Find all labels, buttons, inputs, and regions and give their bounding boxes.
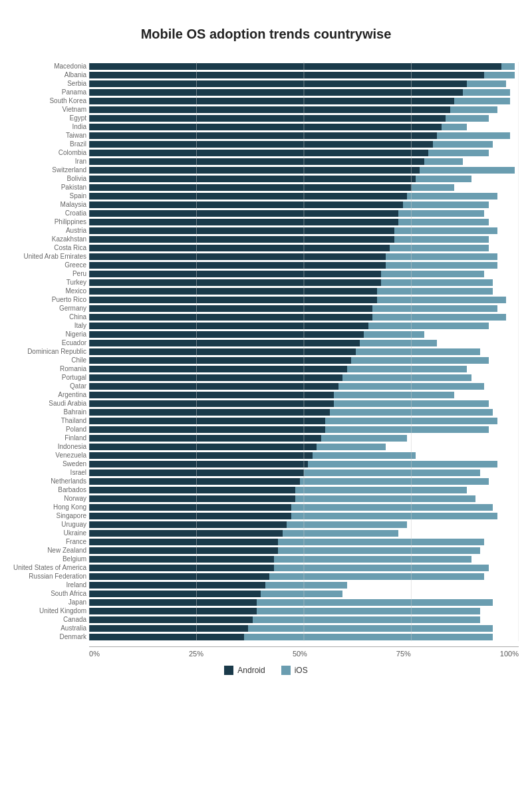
bar-ios — [437, 132, 510, 139]
x-tick: 100% — [500, 650, 519, 658]
bar-android — [89, 323, 368, 329]
x-axis: 0%25%50%75%100% — [89, 646, 519, 658]
y-label: Germany — [59, 304, 89, 313]
bar-ios — [386, 262, 497, 269]
bar-ios — [304, 469, 480, 476]
bar-row — [89, 313, 519, 321]
bar-android — [89, 426, 325, 433]
y-label: Chile — [71, 356, 89, 364]
bar-row — [89, 390, 519, 399]
bar-row — [89, 615, 519, 624]
bar-row — [89, 338, 519, 347]
bar-android — [89, 461, 308, 467]
bar-android — [89, 348, 355, 355]
y-label: Macedonia — [54, 62, 89, 70]
bar-android — [89, 599, 257, 606]
bar-ios — [334, 392, 454, 398]
bar-android — [89, 253, 386, 260]
bar-ios — [381, 271, 484, 277]
bar-row — [89, 632, 519, 641]
bar-ios — [291, 513, 497, 519]
bar-android — [89, 331, 364, 338]
bar-row — [89, 572, 519, 581]
bar-row — [89, 347, 519, 356]
y-label: Panama — [62, 88, 89, 96]
bar-ios — [347, 366, 467, 372]
bar-row — [89, 434, 519, 442]
y-label: Bahrain — [64, 408, 89, 416]
bar-ios — [364, 331, 424, 338]
bar-android — [89, 279, 381, 286]
y-label: Switzerland — [52, 166, 89, 174]
y-label: Barbados — [58, 485, 89, 494]
bar-android — [89, 573, 269, 580]
y-label: Qatar — [70, 382, 89, 390]
bar-row — [89, 555, 519, 563]
bar-row — [89, 624, 519, 632]
bar-row — [89, 546, 519, 555]
y-label: Romania — [60, 364, 89, 373]
bar-row — [89, 287, 519, 295]
bar-row — [89, 382, 519, 390]
bar-ios — [265, 582, 347, 589]
bar-ios — [321, 435, 407, 442]
bar-row — [89, 200, 519, 209]
y-label: United Arab Emirates — [24, 252, 90, 261]
bar-ios — [287, 521, 407, 528]
bar-row — [89, 399, 519, 408]
bar-android — [89, 418, 325, 424]
y-label: Ireland — [66, 581, 89, 589]
bar-android — [89, 625, 248, 632]
bar-android — [89, 513, 291, 519]
bar-ios — [300, 478, 489, 485]
bar-android — [89, 400, 334, 407]
bar-android — [89, 487, 295, 493]
bar-android — [89, 547, 278, 554]
y-label: Japan — [68, 598, 89, 606]
bar-ios — [420, 167, 514, 174]
y-label: Egypt — [69, 114, 89, 122]
bar-row — [89, 217, 519, 226]
bar-android — [89, 141, 433, 148]
bar-android — [89, 184, 411, 191]
y-label: Singapore — [56, 511, 89, 520]
bar-row — [89, 503, 519, 511]
y-label: Belgium — [63, 555, 89, 563]
bar-row — [89, 166, 519, 174]
bar-ios — [274, 556, 471, 563]
bar-ios — [291, 504, 493, 511]
bar-android — [89, 72, 484, 78]
bar-android — [89, 616, 252, 623]
bar-ios — [372, 314, 505, 321]
bar-row — [89, 537, 519, 546]
bar-row — [89, 494, 519, 503]
bar-ios — [372, 305, 497, 312]
bar-ios — [377, 288, 493, 295]
bar-android — [89, 530, 283, 537]
bar-android — [89, 176, 416, 182]
bar-ios — [325, 418, 497, 424]
bar-android — [89, 452, 313, 459]
y-labels: MacedoniaAlbaniaSerbiaPanamaSouth KoreaV… — [13, 62, 89, 658]
bar-ios — [248, 625, 493, 632]
y-label: Norway — [64, 494, 89, 503]
bar-android — [89, 469, 304, 476]
bar-android — [89, 314, 372, 321]
bar-ios — [467, 80, 505, 87]
y-label: United States of America — [13, 563, 89, 572]
bar-row — [89, 105, 519, 114]
bar-android — [89, 210, 398, 217]
bar-android — [89, 478, 300, 485]
y-label: Brazil — [70, 140, 89, 148]
y-label: South Africa — [51, 589, 89, 598]
y-label: Kazakhstan — [52, 235, 89, 243]
y-label: Netherlands — [51, 477, 89, 485]
bar-android — [89, 201, 403, 208]
bar-android — [89, 219, 398, 225]
bar-android — [89, 374, 342, 381]
y-label: Peru — [72, 269, 89, 278]
bar-android — [89, 608, 257, 614]
bar-row — [89, 62, 519, 70]
y-label: Turkey — [66, 278, 89, 287]
bar-android — [89, 271, 381, 277]
